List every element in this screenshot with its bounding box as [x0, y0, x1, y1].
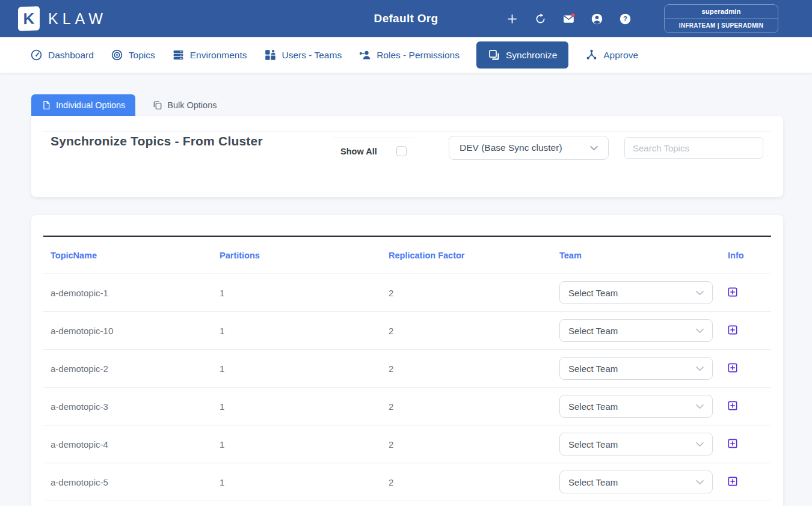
- cluster-select[interactable]: DEV (Base Sync cluster): [449, 136, 609, 160]
- tab-label: Bulk Options: [167, 100, 217, 110]
- team-select-value: Select Team: [568, 477, 618, 487]
- partitions-cell: 1: [212, 439, 381, 450]
- nav-item-label: Roles - Permissions: [377, 50, 460, 61]
- add-box-icon[interactable]: [728, 477, 737, 486]
- col-partitions: Partitions: [212, 251, 381, 260]
- nav-item-environments[interactable]: Environments: [172, 49, 247, 61]
- synchronize-icon: [488, 49, 500, 61]
- topics-icon: [111, 49, 123, 61]
- nav-item-label: Synchronize: [506, 50, 557, 61]
- info-cell: [721, 439, 771, 450]
- replication-factor-cell: 2: [381, 439, 552, 450]
- add-icon[interactable]: [506, 13, 518, 25]
- main-nav: Dashboard Topics Environments Users - Te…: [0, 37, 812, 73]
- klaw-logo-icon: K: [18, 6, 40, 31]
- logo-letter: K: [23, 11, 35, 27]
- tab-bulk-options[interactable]: Bulk Options: [143, 94, 227, 116]
- chevron-down-icon: [696, 290, 704, 296]
- brand-name: KLAW: [48, 10, 107, 28]
- refresh-icon[interactable]: [534, 13, 547, 25]
- profile-icon[interactable]: [591, 13, 603, 25]
- add-box-icon[interactable]: [728, 325, 737, 335]
- col-topicname: TopicName: [43, 251, 212, 260]
- team-select[interactable]: Select Team: [559, 357, 713, 380]
- add-box-icon[interactable]: [728, 363, 737, 373]
- table-row: a-demotopic-5 1 2 Select Team: [43, 463, 771, 501]
- nav-item-roles-permissions[interactable]: Roles - Permissions: [358, 49, 460, 61]
- nav-item-synchronize[interactable]: Synchronize: [476, 41, 568, 69]
- chevron-down-icon: [696, 366, 704, 371]
- partitions-cell: 1: [212, 288, 381, 298]
- topic-name-cell: a-demotopic-10: [43, 326, 212, 336]
- add-box-icon[interactable]: [728, 401, 737, 410]
- col-replication-factor: Replication Factor: [381, 251, 552, 260]
- col-info: Info: [721, 251, 771, 260]
- search-input[interactable]: [633, 143, 755, 153]
- table-body: a-demotopic-1 1 2 Select Team a-demotopi…: [43, 274, 771, 501]
- user-name: superadmin: [665, 5, 778, 18]
- chevron-down-icon: [696, 442, 704, 447]
- copy-icon: [153, 100, 162, 110]
- info-cell: [721, 325, 771, 337]
- team-cell: Select Team: [552, 395, 721, 418]
- team-cell: Select Team: [552, 471, 721, 493]
- partitions-cell: 1: [212, 364, 381, 374]
- nav-item-label: Dashboard: [48, 50, 94, 61]
- user-menu[interactable]: superadmin INFRATEAM | SUPERADMIN: [664, 4, 778, 33]
- replication-factor-cell: 2: [381, 401, 552, 412]
- mail-icon[interactable]: [562, 13, 575, 25]
- nav-item-label: Users - Teams: [282, 50, 342, 61]
- team-select-value: Select Team: [568, 401, 618, 412]
- table-row: a-demotopic-4 1 2 Select Team: [43, 425, 771, 463]
- team-cell: Select Team: [552, 281, 721, 304]
- table-header-row: TopicName Partitions Replication Factor …: [43, 237, 771, 274]
- info-cell: [721, 287, 771, 299]
- nav-item-approve[interactable]: Approve: [585, 49, 638, 61]
- brand-logo[interactable]: K KLAW: [18, 7, 107, 31]
- nav-item-users-teams[interactable]: Users - Teams: [264, 49, 342, 61]
- header-actions: ? superadmin INFRATEAM | SUPERADMIN: [506, 4, 778, 33]
- table-row: a-demotopic-2 1 2 Select Team: [43, 350, 771, 388]
- partitions-cell: 1: [212, 326, 381, 336]
- panel-divider: [43, 131, 771, 132]
- nav-item-label: Approve: [603, 50, 638, 61]
- add-box-icon[interactable]: [728, 287, 737, 297]
- approve-icon: [585, 49, 598, 61]
- info-cell: [721, 401, 771, 412]
- team-select-value: Select Team: [568, 439, 618, 450]
- nav-item-label: Environments: [190, 50, 247, 61]
- sync-filter-panel: Synchronize Topics - From Cluster Show A…: [31, 116, 783, 197]
- topic-name-cell: a-demotopic-4: [43, 439, 212, 450]
- file-icon: [42, 100, 51, 110]
- topic-name-cell: a-demotopic-1: [43, 288, 212, 298]
- show-all-label: Show All: [340, 147, 377, 156]
- team-select[interactable]: Select Team: [559, 471, 713, 493]
- team-select[interactable]: Select Team: [559, 281, 713, 304]
- tab-individual-options[interactable]: Individual Options: [31, 94, 135, 116]
- table-row: a-demotopic-1 1 2 Select Team: [43, 274, 771, 312]
- team-select[interactable]: Select Team: [559, 433, 713, 456]
- topics-table-card: TopicName Partitions Replication Factor …: [31, 215, 783, 506]
- dashboard-icon: [30, 49, 43, 61]
- nav-item-label: Topics: [129, 50, 155, 61]
- add-box-icon[interactable]: [728, 439, 737, 448]
- nav-item-dashboard[interactable]: Dashboard: [30, 49, 94, 61]
- team-select-value: Select Team: [568, 326, 618, 336]
- show-all-checkbox[interactable]: [396, 146, 407, 156]
- team-cell: Select Team: [552, 357, 721, 380]
- chevron-down-icon: [696, 404, 704, 409]
- team-select[interactable]: Select Team: [559, 319, 713, 342]
- nav-item-topics[interactable]: Topics: [111, 49, 155, 61]
- notification-dot: [571, 13, 574, 17]
- replication-factor-cell: 2: [381, 288, 552, 298]
- replication-factor-cell: 2: [381, 477, 552, 487]
- topic-name-cell: a-demotopic-2: [43, 364, 212, 374]
- user-team-role: INFRATEAM | SUPERADMIN: [665, 18, 778, 32]
- info-cell: [721, 477, 771, 488]
- help-icon[interactable]: ?: [619, 13, 632, 25]
- topics-table: TopicName Partitions Replication Factor …: [43, 236, 771, 501]
- team-select[interactable]: Select Team: [559, 395, 713, 418]
- table-row: a-demotopic-10 1 2 Select Team: [43, 312, 771, 350]
- page-content: Individual Options Bulk Options Synchron…: [31, 94, 783, 506]
- app-header: K KLAW Default Org ? superadmin INFRATEA…: [0, 0, 812, 37]
